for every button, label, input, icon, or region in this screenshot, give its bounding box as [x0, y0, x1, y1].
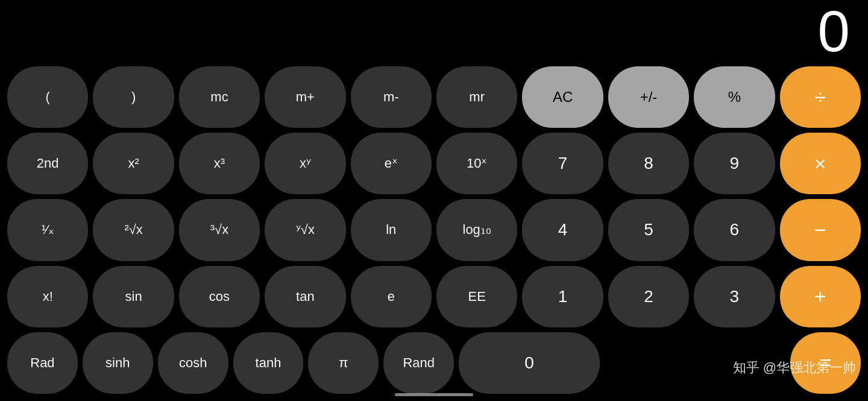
- btn-nine[interactable]: 9: [694, 133, 775, 194]
- btn-plus-minus[interactable]: +/-: [608, 66, 689, 128]
- btn-one-over-x[interactable]: ¹⁄ₓ: [7, 199, 88, 260]
- btn-x-factorial[interactable]: x!: [7, 266, 88, 327]
- btn-zero[interactable]: 0: [459, 332, 600, 394]
- btn-sqrt2[interactable]: ²√x: [93, 199, 174, 260]
- btn-sin[interactable]: sin: [93, 266, 174, 327]
- btn-sinh[interactable]: sinh: [83, 332, 153, 394]
- btn-ee[interactable]: EE: [436, 266, 517, 327]
- btn-subtract[interactable]: −: [780, 199, 861, 260]
- btn-e-x[interactable]: eˣ: [351, 133, 432, 194]
- display-area: 0: [0, 0, 868, 66]
- btn-two[interactable]: 2: [608, 266, 689, 327]
- btn-cos[interactable]: cos: [179, 266, 260, 327]
- btn-tanh[interactable]: tanh: [233, 332, 304, 394]
- button-row-4: RadsinhcoshtanhπRand0.=: [7, 332, 861, 394]
- btn-equals[interactable]: =: [790, 332, 861, 394]
- button-row-2: ¹⁄ₓ²√x³√xʸ√xlnlog₁₀456−: [7, 199, 861, 260]
- btn-rad[interactable]: Rad: [7, 332, 78, 394]
- btn-ac[interactable]: AC: [522, 66, 603, 128]
- btn-mr[interactable]: mr: [436, 66, 517, 128]
- btn-second[interactable]: 2nd: [7, 133, 88, 194]
- btn-x-cubed[interactable]: x³: [179, 133, 260, 194]
- btn-eight[interactable]: 8: [608, 133, 689, 194]
- btn-pi[interactable]: π: [308, 332, 379, 394]
- btn-divide[interactable]: ÷: [780, 66, 861, 128]
- btn-rand[interactable]: Rand: [383, 332, 454, 394]
- button-row-1: 2ndx²x³xʸeˣ10ˣ789×: [7, 133, 861, 194]
- btn-x-squared[interactable]: x²: [93, 133, 174, 194]
- btn-e[interactable]: e: [351, 266, 432, 327]
- spacer-cell: [605, 332, 710, 394]
- button-row-3: x!sincostaneEE123+: [7, 266, 861, 327]
- home-indicator: [395, 393, 473, 396]
- display-value: 0: [818, 2, 850, 60]
- btn-left-paren[interactable]: (: [7, 66, 88, 128]
- btn-mc[interactable]: mc: [179, 66, 260, 128]
- btn-m-plus[interactable]: m+: [265, 66, 345, 128]
- btn-ln[interactable]: ln: [351, 199, 432, 260]
- btn-x-y[interactable]: xʸ: [265, 133, 345, 194]
- btn-add[interactable]: +: [780, 266, 861, 327]
- calculator-grid: ()mcm+m-mrAC+/-%÷2ndx²x³xʸeˣ10ˣ789×¹⁄ₓ²√…: [0, 66, 868, 401]
- btn-m-minus[interactable]: m-: [351, 66, 432, 128]
- btn-percent[interactable]: %: [694, 66, 775, 128]
- btn-right-paren[interactable]: ): [93, 66, 174, 128]
- btn-five[interactable]: 5: [608, 199, 689, 260]
- btn-four[interactable]: 4: [522, 199, 603, 260]
- btn-ten-x[interactable]: 10ˣ: [436, 133, 517, 194]
- btn-multiply[interactable]: ×: [780, 133, 861, 194]
- btn-one[interactable]: 1: [522, 266, 603, 327]
- btn-sqrt3[interactable]: ³√x: [179, 199, 260, 260]
- btn-tan[interactable]: tan: [265, 266, 345, 327]
- button-row-0: ()mcm+m-mrAC+/-%÷: [7, 66, 861, 128]
- btn-seven[interactable]: 7: [522, 133, 603, 194]
- btn-sqrty[interactable]: ʸ√x: [265, 199, 345, 260]
- btn-six[interactable]: 6: [694, 199, 775, 260]
- btn-log10[interactable]: log₁₀: [436, 199, 517, 260]
- btn-cosh[interactable]: cosh: [158, 332, 228, 394]
- btn-three[interactable]: 3: [694, 266, 775, 327]
